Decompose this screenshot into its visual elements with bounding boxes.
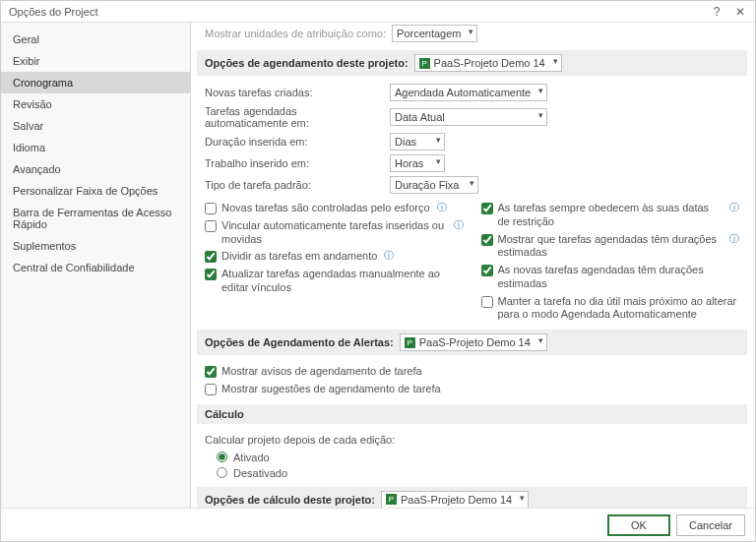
chk-mostrar-sugestoes-box[interactable]: [205, 384, 217, 395]
radio-desativado-label: Desativado: [233, 467, 287, 479]
info-icon[interactable]: ⓘ: [437, 202, 447, 214]
window-title: Opções do Project: [9, 6, 98, 18]
chk-dividir-box[interactable]: [205, 251, 217, 263]
content-panel: Mostrar unidades de atribuição como: Por…: [191, 23, 755, 509]
radio-ativado-input[interactable]: [217, 452, 227, 462]
alerts-project-value: PaaS-Projeto Demo 14: [419, 336, 531, 348]
row-tarefas-auto: Tarefas agendadas automaticamente em: Da…: [195, 103, 749, 131]
sched-project-select[interactable]: P PaaS-Projeto Demo 14: [414, 54, 562, 72]
chk-novas-duracao-box[interactable]: [481, 265, 493, 276]
chk-dividir[interactable]: Dividir as tarefas em andamentoⓘ: [205, 248, 464, 266]
units-select-value: Porcentagem: [397, 28, 461, 39]
ok-button[interactable]: OK: [607, 514, 670, 536]
calc-section-header: Cálculo: [197, 404, 747, 424]
chk-atualizar-vinc[interactable]: Atualizar tarefas agendadas manualmente …: [205, 266, 464, 297]
footer: OK Cancelar: [1, 508, 755, 541]
alerts-section-header: Opções de Agendamento de Alertas: P PaaS…: [197, 330, 747, 355]
select-tarefas-auto[interactable]: Data Atual: [390, 108, 547, 126]
chk-vincular-box[interactable]: [205, 220, 217, 232]
partial-label: Mostrar unidades de atribuição como:: [205, 28, 386, 39]
row-duracao: Duração inserida em: Dias: [195, 131, 749, 152]
chk-esforco-box[interactable]: [205, 203, 217, 214]
sched-section-header: Opções de agendamento deste projeto: P P…: [197, 50, 747, 76]
chk-mostrar-avisos[interactable]: Mostrar avisos de agendamento de tarefa: [205, 363, 739, 381]
label-trabalho: Trabalho inserido em:: [205, 157, 382, 169]
calc-proj-select[interactable]: P PaaS-Projeto Demo 14: [381, 491, 529, 509]
info-icon[interactable]: ⓘ: [454, 219, 464, 232]
chk-manter-dia-util[interactable]: Manter a tarefa no dia útil mais próximo…: [481, 293, 740, 325]
chk-mostrar-avisos-label: Mostrar avisos de agendamento de tarefa: [221, 365, 422, 379]
chk-esforco[interactable]: Novas tarefas são controladas pelo esfor…: [205, 200, 464, 217]
select-tipo-tarefa-value: Duração Fixa: [395, 179, 459, 191]
row-trabalho: Trabalho inserido em: Horas: [195, 152, 749, 174]
cancel-button[interactable]: Cancelar: [676, 514, 745, 536]
sidebar-item-geral[interactable]: Geral: [1, 29, 190, 50]
info-icon[interactable]: ⓘ: [729, 202, 739, 214]
radio-ativado[interactable]: Ativado: [217, 450, 727, 465]
chk-novas-duracao[interactable]: As novas tarefas agendadas têm durações …: [481, 262, 740, 293]
chk-novas-duracao-label: As novas tarefas agendadas têm durações …: [498, 264, 740, 291]
alerts-header-text: Opções de Agendamento de Alertas:: [205, 336, 394, 348]
calc-header-text: Cálculo: [205, 408, 244, 420]
close-icon[interactable]: ✕: [733, 5, 747, 19]
chk-vincular[interactable]: Vincular automaticamente tarefas inserid…: [205, 217, 464, 249]
chk-mostrar-duracao-box[interactable]: [481, 234, 493, 246]
calc-sub-label: Calcular projeto depois de cada edição:: [195, 430, 749, 448]
sched-header-text: Opções de agendamento deste projeto:: [205, 57, 409, 69]
project-icon: P: [419, 58, 430, 69]
chk-restricao-box[interactable]: [481, 203, 493, 214]
sidebar-item-exibir[interactable]: Exibir: [1, 50, 190, 72]
radio-ativado-label: Ativado: [233, 452, 270, 463]
chk-restricao[interactable]: As tarefas sempre obedecem às suas datas…: [481, 200, 740, 231]
calc-radios: Ativado Desativado: [195, 448, 749, 483]
sidebar-item-avancado[interactable]: Avançado: [1, 158, 190, 180]
label-novas-tarefas: Novas tarefas criadas:: [205, 87, 382, 98]
sidebar-item-idioma[interactable]: Idioma: [1, 137, 190, 158]
info-icon[interactable]: ⓘ: [384, 250, 394, 263]
select-trabalho[interactable]: Horas: [390, 154, 445, 172]
sidebar-item-personalizar-faixa[interactable]: Personalizar Faixa de Opções: [1, 180, 190, 202]
calc-proj-value: PaaS-Projeto Demo 14: [401, 494, 512, 506]
chk-atualizar-vinc-box[interactable]: [205, 269, 217, 280]
sidebar: Geral Exibir Cronograma Revisão Salvar I…: [1, 23, 191, 509]
chk-mostrar-sugestoes-label: Mostrar sugestões de agendamento de tare…: [221, 383, 441, 396]
sidebar-item-central-confiabilidade[interactable]: Central de Confiabilidade: [1, 257, 190, 278]
row-novas-tarefas: Novas tarefas criadas: Agendada Automati…: [195, 82, 749, 103]
help-icon[interactable]: ?: [710, 5, 724, 19]
select-duracao-value: Dias: [395, 136, 416, 148]
sidebar-item-salvar[interactable]: Salvar: [1, 115, 190, 137]
select-trabalho-value: Horas: [395, 157, 423, 169]
select-novas-tarefas[interactable]: Agendada Automaticamente: [390, 84, 547, 101]
radio-desativado[interactable]: Desativado: [217, 465, 727, 481]
radio-desativado-input[interactable]: [217, 467, 227, 478]
info-icon[interactable]: ⓘ: [729, 233, 739, 246]
alerts-project-select[interactable]: P PaaS-Projeto Demo 14: [400, 333, 547, 351]
project-icon: P: [405, 337, 415, 348]
select-duracao[interactable]: Dias: [390, 133, 445, 151]
select-tarefas-auto-value: Data Atual: [395, 111, 445, 123]
scroll-area[interactable]: Mostrar unidades de atribuição como: Por…: [191, 23, 755, 509]
row-tipo-tarefa: Tipo de tarefa padrão: Duração Fixa: [195, 174, 749, 196]
titlebar: Opções do Project ? ✕: [1, 1, 755, 23]
chk-mostrar-duracao-label: Mostrar que tarefas agendadas têm duraçõ…: [498, 233, 724, 261]
label-duracao: Duração inserida em:: [205, 136, 382, 148]
sidebar-item-barra-acesso-rapido[interactable]: Barra de Ferramentas de Acesso Rápido: [1, 202, 190, 235]
chk-manter-dia-util-box[interactable]: [481, 296, 493, 308]
select-novas-tarefas-value: Agendada Automaticamente: [395, 87, 531, 98]
sidebar-item-cronograma[interactable]: Cronograma: [1, 72, 190, 93]
main-layout: Geral Exibir Cronograma Revisão Salvar I…: [1, 23, 755, 509]
chk-mostrar-avisos-box[interactable]: [205, 366, 217, 378]
chk-mostrar-duracao[interactable]: Mostrar que tarefas agendadas têm duraçõ…: [481, 231, 740, 263]
label-tipo-tarefa: Tipo de tarefa padrão:: [205, 179, 382, 191]
project-icon: P: [386, 494, 397, 505]
chk-vincular-label: Vincular automaticamente tarefas inserid…: [221, 219, 447, 247]
select-tipo-tarefa[interactable]: Duração Fixa: [390, 176, 478, 194]
chk-atualizar-vinc-label: Atualizar tarefas agendadas manualmente …: [221, 268, 464, 295]
partial-row-top: Mostrar unidades de atribuição como: Por…: [195, 23, 749, 46]
units-select[interactable]: Porcentagem: [392, 25, 477, 42]
sidebar-item-revisao[interactable]: Revisão: [1, 93, 190, 115]
chk-mostrar-sugestoes[interactable]: Mostrar sugestões de agendamento de tare…: [205, 381, 739, 398]
label-tarefas-auto: Tarefas agendadas automaticamente em:: [205, 105, 382, 129]
sidebar-item-suplementos[interactable]: Suplementos: [1, 235, 190, 257]
calc-proj-header-text: Opções de cálculo deste projeto:: [205, 494, 375, 506]
